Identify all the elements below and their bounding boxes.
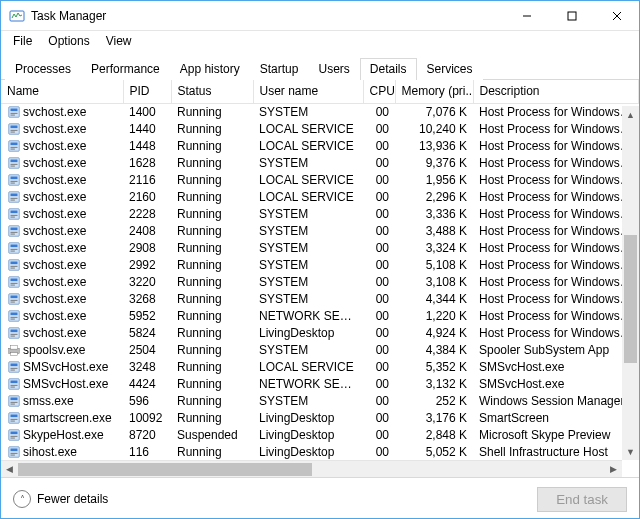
vertical-scroll-thumb[interactable] — [624, 235, 637, 363]
table-row[interactable]: SMSvcHost.exe3248RunningLOCAL SERVICE005… — [1, 359, 639, 376]
process-pid: 3268 — [123, 291, 171, 308]
scroll-up-icon[interactable]: ▲ — [622, 106, 639, 123]
horizontal-scrollbar[interactable]: ◀ ▶ — [1, 460, 622, 477]
process-cpu: 00 — [363, 223, 395, 240]
process-status: Running — [171, 155, 253, 172]
process-user: SYSTEM — [253, 155, 363, 172]
process-memory: 10,240 K — [395, 121, 473, 138]
table-row[interactable]: svchost.exe3220RunningSYSTEM003,108 KHos… — [1, 274, 639, 291]
process-user: LOCAL SERVICE — [253, 189, 363, 206]
process-memory: 5,352 K — [395, 359, 473, 376]
menu-view[interactable]: View — [100, 33, 138, 49]
table-row[interactable]: svchost.exe1400RunningSYSTEM007,076 KHos… — [1, 104, 639, 122]
table-row[interactable]: svchost.exe2408RunningSYSTEM003,488 KHos… — [1, 223, 639, 240]
tab-users[interactable]: Users — [308, 58, 359, 80]
process-user: SYSTEM — [253, 240, 363, 257]
scroll-right-icon[interactable]: ▶ — [605, 461, 622, 478]
table-row[interactable]: spoolsv.exe2504RunningSYSTEM004,384 KSpo… — [1, 342, 639, 359]
svg-rect-80 — [9, 430, 20, 441]
col-pid[interactable]: PID — [123, 80, 171, 104]
svg-rect-77 — [11, 415, 18, 418]
close-button[interactable] — [594, 1, 639, 30]
tab-startup[interactable]: Startup — [250, 58, 309, 80]
vertical-scrollbar[interactable]: ▲ ▼ — [622, 106, 639, 460]
scroll-left-icon[interactable]: ◀ — [1, 461, 18, 478]
svg-rect-11 — [11, 130, 18, 131]
svg-rect-87 — [11, 455, 15, 456]
process-pid: 8720 — [123, 427, 171, 444]
end-task-button[interactable]: End task — [537, 487, 627, 512]
process-memory: 3,132 K — [395, 376, 473, 393]
exe-icon — [7, 241, 21, 255]
table-row[interactable]: smss.exe596RunningSYSTEM00252 KWindows S… — [1, 393, 639, 410]
tab-performance[interactable]: Performance — [81, 58, 170, 80]
svg-rect-29 — [9, 209, 20, 220]
col-cpu[interactable]: CPU — [363, 80, 395, 104]
col-name[interactable]: Name — [1, 80, 123, 104]
process-description: Shell Infrastructure Host — [473, 444, 639, 460]
process-status: Running — [171, 138, 253, 155]
scroll-down-icon[interactable]: ▼ — [622, 443, 639, 460]
table-row[interactable]: svchost.exe5952RunningNETWORK SERVICE001… — [1, 308, 639, 325]
svg-rect-74 — [11, 402, 18, 403]
table-row[interactable]: svchost.exe2228RunningSYSTEM003,336 KHos… — [1, 206, 639, 223]
process-pid: 2116 — [123, 172, 171, 189]
process-user: SYSTEM — [253, 257, 363, 274]
tab-processes[interactable]: Processes — [5, 58, 81, 80]
process-name: svchost.exe — [23, 258, 86, 272]
process-status: Running — [171, 410, 253, 427]
process-pid: 2908 — [123, 240, 171, 257]
horizontal-scroll-thumb[interactable] — [18, 463, 312, 476]
table-row[interactable]: svchost.exe2908RunningSYSTEM003,324 KHos… — [1, 240, 639, 257]
svg-rect-20 — [11, 166, 15, 167]
table-row[interactable]: sihost.exe116RunningLivingDesktop005,052… — [1, 444, 639, 460]
svg-rect-14 — [11, 143, 18, 146]
table-row[interactable]: svchost.exe3268RunningSYSTEM004,344 KHos… — [1, 291, 639, 308]
table-row[interactable]: SkypeHost.exe8720SuspendedLivingDesktop0… — [1, 427, 639, 444]
process-status: Running — [171, 240, 253, 257]
table-row[interactable]: smartscreen.exe10092RunningLivingDesktop… — [1, 410, 639, 427]
tab-services[interactable]: Services — [417, 58, 483, 80]
tab-app-history[interactable]: App history — [170, 58, 250, 80]
col-description[interactable]: Description — [473, 80, 639, 104]
svg-rect-70 — [11, 385, 18, 386]
table-row[interactable]: svchost.exe1628RunningSYSTEM009,376 KHos… — [1, 155, 639, 172]
minimize-button[interactable] — [504, 1, 549, 30]
table-row[interactable]: SMSvcHost.exe4424RunningNETWORK SERVICE0… — [1, 376, 639, 393]
col-user[interactable]: User name — [253, 80, 363, 104]
process-cpu: 00 — [363, 240, 395, 257]
menu-options[interactable]: Options — [42, 33, 95, 49]
process-user: LOCAL SERVICE — [253, 172, 363, 189]
col-status[interactable]: Status — [171, 80, 253, 104]
process-cpu: 00 — [363, 376, 395, 393]
maximize-button[interactable] — [549, 1, 594, 30]
table-row[interactable]: svchost.exe2116RunningLOCAL SERVICE001,9… — [1, 172, 639, 189]
svg-rect-49 — [9, 294, 20, 305]
process-pid: 4424 — [123, 376, 171, 393]
process-description: Host Process for Windows Serv — [473, 240, 639, 257]
process-description: Windows Session Manager — [473, 393, 639, 410]
table-row[interactable]: svchost.exe1448RunningLOCAL SERVICE0013,… — [1, 138, 639, 155]
process-name: svchost.exe — [23, 105, 86, 119]
table-row[interactable]: svchost.exe5824RunningLivingDesktop004,9… — [1, 325, 639, 342]
fewer-details-label: Fewer details — [37, 492, 108, 506]
col-memory[interactable]: Memory (pri... — [395, 80, 473, 104]
process-cpu: 00 — [363, 427, 395, 444]
menu-file[interactable]: File — [7, 33, 38, 49]
exe-icon — [7, 428, 21, 442]
tab-details[interactable]: Details — [360, 58, 417, 80]
table-row[interactable]: svchost.exe2992RunningSYSTEM005,108 KHos… — [1, 257, 639, 274]
svg-rect-46 — [11, 279, 18, 282]
window-title: Task Manager — [31, 9, 106, 23]
process-name: smartscreen.exe — [23, 411, 112, 425]
table-row[interactable]: svchost.exe1440RunningLOCAL SERVICE0010,… — [1, 121, 639, 138]
svg-rect-31 — [11, 215, 18, 216]
tab-strip: Processes Performance App history Startu… — [1, 51, 639, 80]
process-cpu: 00 — [363, 342, 395, 359]
fewer-details-button[interactable]: ˄ Fewer details — [13, 490, 108, 508]
table-row[interactable]: svchost.exe2160RunningLOCAL SERVICE002,2… — [1, 189, 639, 206]
process-pid: 596 — [123, 393, 171, 410]
exe-icon — [7, 411, 21, 425]
process-pid: 2992 — [123, 257, 171, 274]
svg-rect-18 — [11, 160, 18, 163]
